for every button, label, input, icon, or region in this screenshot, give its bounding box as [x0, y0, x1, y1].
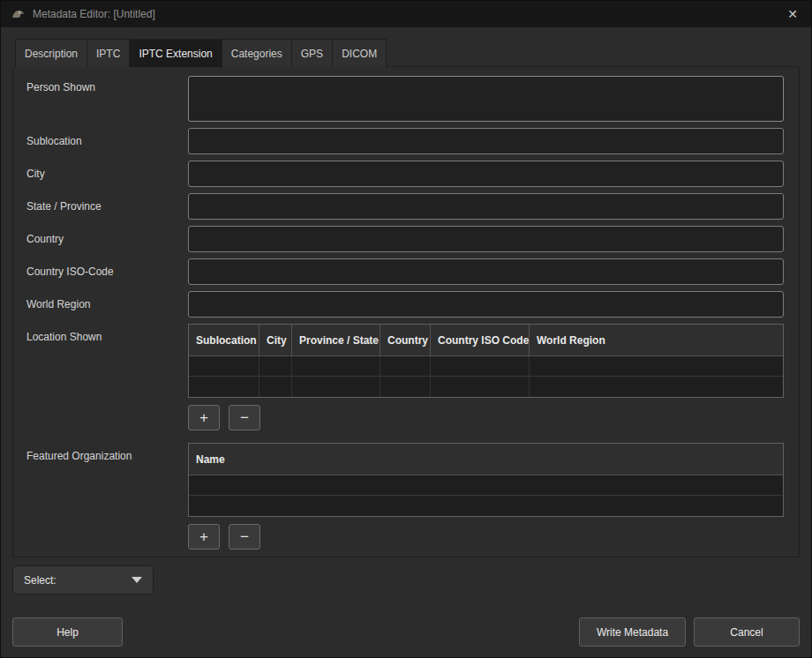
city-input[interactable]: [188, 161, 784, 187]
tab-iptc[interactable]: IPTC: [87, 39, 130, 67]
featured-organization-table-header: Name: [189, 444, 783, 475]
person-shown-input[interactable]: [188, 76, 784, 122]
country-iso-code-input[interactable]: [188, 258, 784, 285]
tab-gps[interactable]: GPS: [292, 39, 333, 67]
tab-dicom[interactable]: DICOM: [333, 39, 387, 67]
featured-organization-label: Featured Organization: [26, 443, 188, 462]
iptc-extension-panel: Person Shown Sublocation City State / Pr…: [12, 66, 800, 557]
chevron-down-icon: [132, 577, 142, 583]
select-dropdown[interactable]: Select:: [12, 565, 154, 594]
sublocation-label: Sublocation: [26, 128, 188, 147]
featured-organization-add-button[interactable]: +: [188, 524, 220, 550]
world-region-input[interactable]: [188, 291, 784, 318]
location-shown-remove-button[interactable]: −: [229, 405, 260, 430]
column-header-province-state[interactable]: Province / State: [292, 325, 380, 355]
location-shown-label: Location Shown: [26, 324, 188, 343]
window-title: Metadata Editor: [Untitled]: [33, 8, 777, 20]
location-shown-table-header: Sublocation City Province / State Countr…: [189, 325, 783, 356]
close-icon[interactable]: ✕: [784, 6, 801, 22]
column-header-country-iso-code[interactable]: Country ISO Code: [431, 325, 530, 355]
city-label: City: [26, 161, 188, 180]
country-label: Country: [26, 226, 188, 245]
select-dropdown-label: Select:: [24, 574, 56, 587]
tab-description[interactable]: Description: [15, 39, 87, 67]
tab-bar: Description IPTC IPTC Extension Categori…: [15, 39, 800, 67]
person-shown-label: Person Shown: [26, 76, 188, 93]
metadata-editor-window: Metadata Editor: [Untitled] ✕ Descriptio…: [0, 0, 812, 658]
featured-organization-table: Name: [188, 443, 784, 517]
state-province-input[interactable]: [188, 193, 784, 220]
location-shown-row[interactable]: [189, 377, 783, 397]
help-button[interactable]: Help: [12, 617, 123, 647]
sublocation-input[interactable]: [188, 128, 784, 154]
dialog-body: Description IPTC IPTC Extension Categori…: [1, 27, 811, 657]
titlebar[interactable]: Metadata Editor: [Untitled] ✕: [1, 1, 811, 27]
gimp-wilber-icon: [11, 8, 26, 20]
cancel-button[interactable]: Cancel: [694, 617, 800, 647]
world-region-label: World Region: [26, 291, 188, 310]
location-shown-table: Sublocation City Province / State Countr…: [188, 324, 784, 398]
tab-iptc-extension[interactable]: IPTC Extension: [130, 39, 222, 67]
dialog-footer: Help Write Metadata Cancel: [12, 610, 800, 647]
featured-organization-row[interactable]: [189, 496, 783, 516]
column-header-sublocation[interactable]: Sublocation: [189, 325, 259, 355]
column-header-country[interactable]: Country: [380, 325, 431, 355]
country-input[interactable]: [188, 226, 784, 252]
tab-categories[interactable]: Categories: [222, 39, 292, 67]
featured-organization-row[interactable]: [189, 475, 783, 496]
column-header-name[interactable]: Name: [189, 444, 783, 475]
select-row: Select:: [12, 565, 800, 594]
location-shown-add-button[interactable]: +: [188, 405, 220, 430]
featured-organization-remove-button[interactable]: −: [229, 524, 260, 550]
country-iso-code-label: Country ISO-Code: [26, 258, 188, 278]
state-province-label: State / Province: [26, 193, 188, 213]
location-shown-row[interactable]: [189, 356, 783, 377]
write-metadata-button[interactable]: Write Metadata: [579, 617, 686, 647]
column-header-city[interactable]: City: [259, 325, 292, 355]
column-header-world-region[interactable]: World Region: [530, 325, 783, 355]
